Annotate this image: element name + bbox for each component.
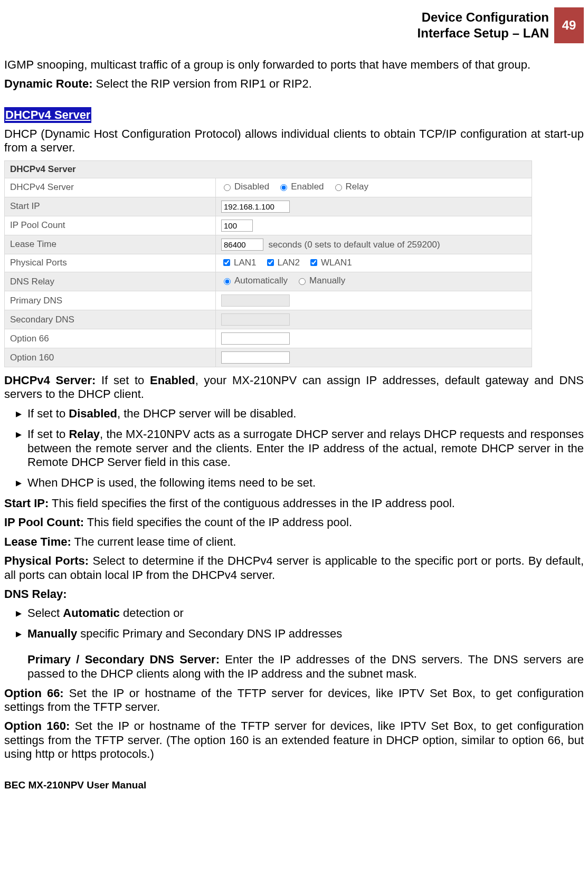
dns-relay-bullets: Select Automatic detection or Manually s… (4, 606, 584, 641)
check-lan2[interactable] (267, 259, 274, 266)
dhcpv4-config-table: DHCPv4 Server DHCPv4 Server Disabled Ena… (4, 160, 532, 368)
row-pdns-label: Primary DNS (5, 291, 216, 310)
list-item: If set to Relay, the MX-210NPV acts as a… (4, 427, 584, 470)
dynamic-route-label: Dynamic Route: (4, 77, 92, 90)
lease-time-desc: Lease Time: The current lease time of cl… (4, 535, 584, 549)
dns-relay-desc: DNS Relay: (4, 587, 584, 601)
row-pool-label: IP Pool Count (5, 216, 216, 235)
list-item: Select Automatic detection or (4, 606, 584, 621)
radio-relay[interactable] (335, 184, 342, 191)
pool-count-input[interactable] (221, 220, 253, 232)
radio-auto[interactable] (224, 278, 231, 285)
dhcpv4-server-desc: DHCPv4 Server: If set to Enabled, your M… (4, 374, 584, 402)
header-line2: Interface Setup – LAN (418, 26, 549, 40)
check-wlan1[interactable] (310, 259, 317, 266)
page-number-badge: 49 (554, 7, 584, 43)
dns-server-sub: Primary / Secondary DNS Server: Enter th… (27, 653, 584, 681)
secondary-dns-input[interactable] (221, 313, 290, 326)
option66-desc: Option 66: Set the IP or hostname of the… (4, 687, 584, 715)
row-dnsrelay-label: DNS Relay (5, 272, 216, 291)
radio-disabled[interactable] (224, 184, 231, 191)
radio-manual[interactable] (299, 278, 306, 285)
row-startip-label: Start IP (5, 197, 216, 216)
start-ip-desc: Start IP: This field specifies the first… (4, 497, 584, 510)
footer-manual-name: BEC MX-210NPV User Manual (4, 779, 584, 791)
row-sdns-label: Secondary DNS (5, 310, 216, 329)
page-header: Device Configuration Interface Setup – L… (4, 7, 584, 43)
dynamic-route-line: Dynamic Route: Select the RIP version fr… (4, 77, 584, 91)
start-ip-input[interactable] (221, 201, 290, 213)
row-ports-label: Physical Ports (5, 254, 216, 272)
dhcp-bullets-1: If set to Disabled, the DHCP server will… (4, 407, 584, 490)
header-title: Device Configuration Interface Setup – L… (418, 7, 554, 43)
row-lease-label: Lease Time (5, 235, 216, 254)
primary-dns-input[interactable] (221, 294, 290, 307)
option160-desc: Option 160: Set the IP or hostname of th… (4, 719, 584, 761)
row-server-controls: Disabled Enabled Relay (216, 178, 532, 197)
lease-suffix: seconds (0 sets to default value of 2592… (268, 240, 440, 250)
list-item: If set to Disabled, the DHCP server will… (4, 407, 584, 421)
option160-input[interactable] (221, 351, 290, 364)
row-opt66-label: Option 66 (5, 329, 216, 348)
list-item: Manually specific Primary and Secondary … (4, 627, 584, 641)
row-opt160-label: Option 160 (5, 348, 216, 367)
physical-ports-desc: Physical Ports: Select to determine if t… (4, 554, 584, 582)
list-item: When DHCP is used, the following items n… (4, 476, 584, 490)
check-lan1[interactable] (223, 259, 230, 266)
dhcpv4-section-desc: DHCP (Dynamic Host Configuration Protoco… (4, 127, 584, 155)
radio-enabled[interactable] (280, 184, 287, 191)
header-line1: Device Configuration (422, 10, 549, 24)
option66-input[interactable] (221, 332, 290, 345)
row-server-label: DHCPv4 Server (5, 178, 216, 197)
pool-count-desc: IP Pool Count: This field specifies the … (4, 516, 584, 529)
lease-time-input[interactable] (221, 239, 263, 251)
igmp-snooping-text: IGMP snooping, multicast traffic of a gr… (4, 58, 584, 72)
dhcpv4-section-heading: DHCPv4 Server (4, 107, 91, 123)
table-title: DHCPv4 Server (5, 160, 532, 178)
